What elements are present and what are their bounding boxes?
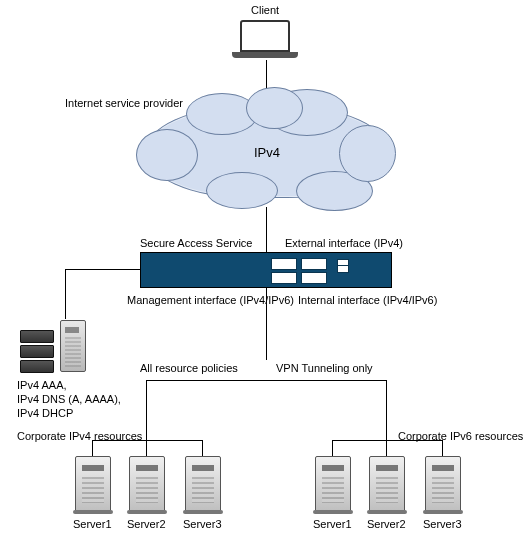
internet-cloud-icon: IPv4 [145, 106, 389, 198]
link-internal-trunk [266, 288, 267, 360]
link-right-fan-v2 [386, 440, 387, 456]
link-mgmt-v [65, 269, 66, 319]
mgmt-services-label: IPv4 AAA, IPv4 DNS (A, AAAA), IPv4 DHCP [17, 378, 121, 420]
internal-if-label: Internal interface (IPv4/IPv6) [298, 294, 437, 306]
ipv4-server-3-label: Server3 [183, 518, 222, 530]
ipv6-server-3-label: Server3 [423, 518, 462, 530]
secure-access-appliance-icon [140, 252, 392, 288]
branch-left-label: All resource policies [140, 362, 238, 374]
ipv6-server-2-label: Server2 [367, 518, 406, 530]
client-laptop-icon [227, 20, 303, 60]
link-right-branch-v [386, 380, 387, 440]
ipv4-server-3-icon [185, 456, 221, 512]
link-right-fan-v1 [332, 440, 333, 456]
link-mgmt-h [65, 269, 140, 270]
ipv4-server-2-icon [129, 456, 165, 512]
mgmt-equipment-icon [20, 318, 95, 368]
appliance-title: Secure Access Service [140, 237, 253, 249]
ipv4-server-1-icon [75, 456, 111, 512]
ipv4-server-2-label: Server2 [127, 518, 166, 530]
branch-right-label: VPN Tunneling only [276, 362, 373, 374]
ipv6-server-3-icon [425, 456, 461, 512]
ipv6-server-1-label: Server1 [313, 518, 352, 530]
mgmt-if-label: Management interface (IPv4/IPv6) [127, 294, 294, 306]
cloud-label: IPv4 [146, 107, 388, 197]
link-split-h [146, 380, 386, 381]
link-left-branch-v [146, 380, 147, 440]
external-if-label: External interface (IPv4) [285, 237, 403, 249]
link-cloud-appliance [266, 207, 267, 252]
client-label: Client [251, 4, 279, 16]
ipv6-server-1-icon [315, 456, 351, 512]
link-left-fan-v2 [146, 440, 147, 456]
ipv4-server-1-label: Server1 [73, 518, 112, 530]
ipv6-server-2-icon [369, 456, 405, 512]
link-right-fan-v3 [442, 440, 443, 456]
link-left-fan-h [92, 440, 202, 441]
link-left-fan-v1 [92, 440, 93, 456]
link-left-fan-v3 [202, 440, 203, 456]
link-right-fan-h [332, 440, 442, 441]
